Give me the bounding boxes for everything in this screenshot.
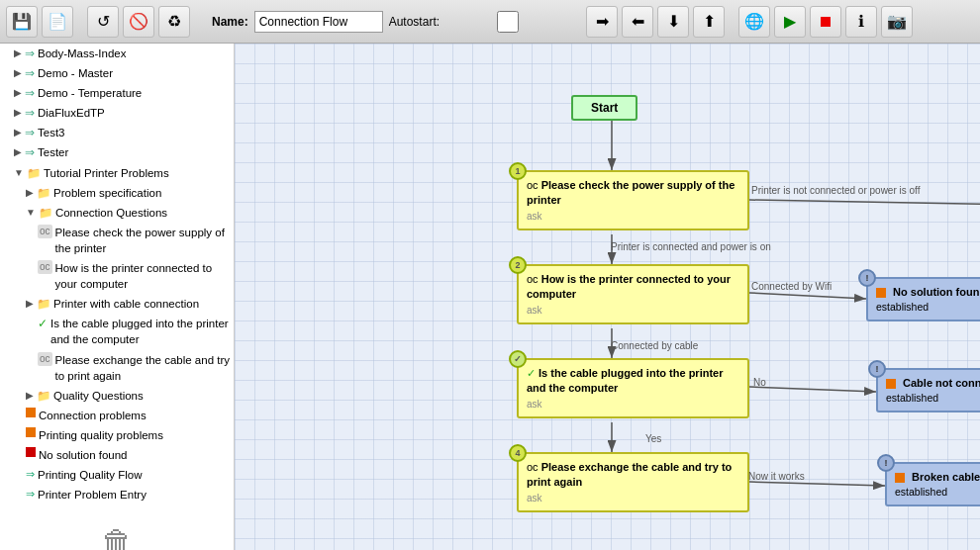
arrow-icon: ▼ <box>14 166 24 180</box>
globe-button[interactable]: 🌐 <box>738 6 770 38</box>
flow-icon: ⇒ <box>25 125 35 140</box>
arrow-icon: ▶ <box>14 126 22 139</box>
q-icon: oc <box>38 352 52 366</box>
sidebar-item-demo-master[interactable]: ▶ ⇒ Demo - Master <box>0 63 234 83</box>
folder-icon: 📁 <box>37 296 50 312</box>
sidebar-item-q-how[interactable]: oc How is the printer connected to your … <box>0 258 234 294</box>
nav-down-button[interactable]: ⬇ <box>657 6 689 38</box>
svg-line-6 <box>749 387 876 392</box>
node-type-2: ask <box>527 304 739 318</box>
sidebar-item-printer-entry[interactable]: ⇒ Printer Problem Entry <box>0 485 234 504</box>
edge-label-7: Now it works <box>748 471 805 482</box>
sidebar-item-test3[interactable]: ▶ ⇒ Test3 <box>0 123 234 142</box>
flow-node-2[interactable]: 2 oc How is the printer connected to you… <box>517 264 749 324</box>
new-button[interactable]: 📄 <box>42 6 73 38</box>
arrow-icon: ▶ <box>14 46 22 60</box>
autostart-label: Autostart: <box>389 15 440 29</box>
sidebar: ▶ ⇒ Body-Mass-Index ▶ ⇒ Demo - Master ▶ … <box>0 44 235 550</box>
node-type-1: ask <box>527 210 739 224</box>
undo-button[interactable]: ↺ <box>87 6 119 38</box>
sidebar-item-print-flow[interactable]: ⇒ Printing Quality Flow <box>0 465 234 485</box>
sidebar-item-demo-temp[interactable]: ▶ ⇒ Demo - Temperature <box>0 83 234 103</box>
nav-left-button[interactable]: ⬅ <box>622 6 653 38</box>
folder-icon: 📁 <box>37 185 50 201</box>
orange-sq-icon-4 <box>895 473 905 483</box>
flow-icon: ⇒ <box>25 105 35 121</box>
sidebar-item-cable-conn[interactable]: ▶ 📁 Printer with cable connection <box>0 294 234 314</box>
arrow-icon: ▼ <box>26 206 36 220</box>
node-icon-1: oc <box>527 179 539 191</box>
node-type-4: ask <box>527 492 739 505</box>
flow-canvas[interactable]: Start 1 oc Please check the power supply… <box>235 44 980 550</box>
flow-icon: ⇒ <box>25 144 35 160</box>
red-square-icon <box>26 447 36 457</box>
sidebar-label: Printing quality problems <box>39 427 230 443</box>
result-node-3[interactable]: ! Cable not connected established <box>876 368 980 412</box>
result-sub-2: established <box>876 300 980 314</box>
stop2-button[interactable]: ⏹ <box>810 6 841 38</box>
edge-label-6: Yes <box>645 433 661 444</box>
result-text-4: Broken cable <box>912 471 980 483</box>
sidebar-label: Connection Questions <box>55 205 230 221</box>
svg-line-8 <box>749 482 885 486</box>
sidebar-item-prob-spec[interactable]: ▶ 📁 Problem specification <box>0 183 234 203</box>
flow-icon: ⇒ <box>25 85 35 101</box>
result-node-4[interactable]: ! Broken cable established <box>885 462 980 506</box>
arrow-icon: ▶ <box>14 86 22 100</box>
arrow-icon: ▶ <box>26 389 34 403</box>
orange-square-icon <box>26 408 36 417</box>
sidebar-item-print-qual[interactable]: Printing quality problems <box>0 425 234 445</box>
sidebar-item-diaflux[interactable]: ▶ ⇒ DiaFluxEdTP <box>0 103 234 123</box>
nav-up-button[interactable]: ⬆ <box>693 6 725 38</box>
play-button[interactable]: ▶ <box>774 6 806 38</box>
toolbar: 💾 📄 ↺ 🚫 ♻ Name: Autostart: ➡ ⬅ ⬇ ⬆ 🌐 ▶ ⏹… <box>0 0 980 44</box>
sidebar-label: Quality Questions <box>53 388 230 404</box>
arrow-icon: ▶ <box>14 106 22 120</box>
sidebar-label: Demo - Temperature <box>38 85 230 101</box>
sidebar-item-conn-prob[interactable]: Connection problems <box>0 406 234 425</box>
result-badge-4: ! <box>877 454 895 472</box>
flow-node-3[interactable]: ✓ ✓ Is the cable plugged into the printe… <box>517 358 749 418</box>
sidebar-item-q-cable[interactable]: ✓ Is the cable plugged into the printer … <box>0 314 234 349</box>
sidebar-label: DiaFluxEdTP <box>38 105 230 121</box>
sidebar-item-tester[interactable]: ▶ ⇒ Tester <box>0 142 234 162</box>
result-text-2: No solution found <box>893 286 980 298</box>
sidebar-item-quality-q[interactable]: ▶ 📁 Quality Questions <box>0 386 234 406</box>
sidebar-item-body-mass[interactable]: ▶ ⇒ Body-Mass-Index <box>0 44 234 63</box>
stop-button[interactable]: 🚫 <box>123 6 154 38</box>
start-label: Start <box>591 101 618 115</box>
autostart-checkbox[interactable] <box>443 11 572 33</box>
arrow-icon: ▶ <box>14 66 22 80</box>
sidebar-item-q-power[interactable]: oc Please check the power supply of the … <box>0 223 234 258</box>
save-button[interactable]: 💾 <box>6 6 38 38</box>
node-text-4: Please exchange the cable and try to pri… <box>527 461 732 488</box>
trash-icon[interactable]: 🗑 <box>10 524 224 550</box>
nav-right-button[interactable]: ➡ <box>586 6 618 38</box>
flow-icon: ⇒ <box>25 46 35 61</box>
sidebar-label: Please exchange the cable and try to pri… <box>55 352 230 384</box>
result-node-2[interactable]: ! No solution found established <box>866 277 980 321</box>
sidebar-item-q-exchange[interactable]: oc Please exchange the cable and try to … <box>0 350 234 386</box>
flow-node-4[interactable]: 4 oc Please exchange the cable and try t… <box>517 452 749 512</box>
folder-icon: 📁 <box>27 165 41 181</box>
folder-icon: 📁 <box>39 205 52 221</box>
orange-square-icon <box>26 427 36 437</box>
result-badge-2: ! <box>858 269 876 287</box>
info-button[interactable]: ℹ <box>845 6 877 38</box>
refresh-button[interactable]: ♻ <box>158 6 190 38</box>
node-icon-4: oc <box>527 461 539 473</box>
node-type-3: ask <box>527 398 739 412</box>
camera-button[interactable]: 📷 <box>881 6 913 38</box>
node-text-3: Is the cable plugged into the printer an… <box>527 367 723 394</box>
sidebar-label: Is the cable plugged into the printer an… <box>50 316 230 347</box>
folder-icon: 📁 <box>37 388 50 404</box>
flow-node-1[interactable]: 1 oc Please check the power supply of th… <box>517 170 749 230</box>
edge-label-5: No <box>753 377 766 388</box>
sidebar-item-conn-q[interactable]: ▼ 📁 Connection Questions <box>0 203 234 223</box>
start-node[interactable]: Start <box>571 95 637 121</box>
sidebar-label: Body-Mass-Index <box>38 46 230 61</box>
name-input[interactable] <box>254 11 383 33</box>
sidebar-item-no-sol[interactable]: No solution found <box>0 445 234 465</box>
sidebar-item-tutorial[interactable]: ▼ 📁 Tutorial Printer Problems <box>0 163 234 183</box>
node-badge-1: 1 <box>509 162 527 180</box>
